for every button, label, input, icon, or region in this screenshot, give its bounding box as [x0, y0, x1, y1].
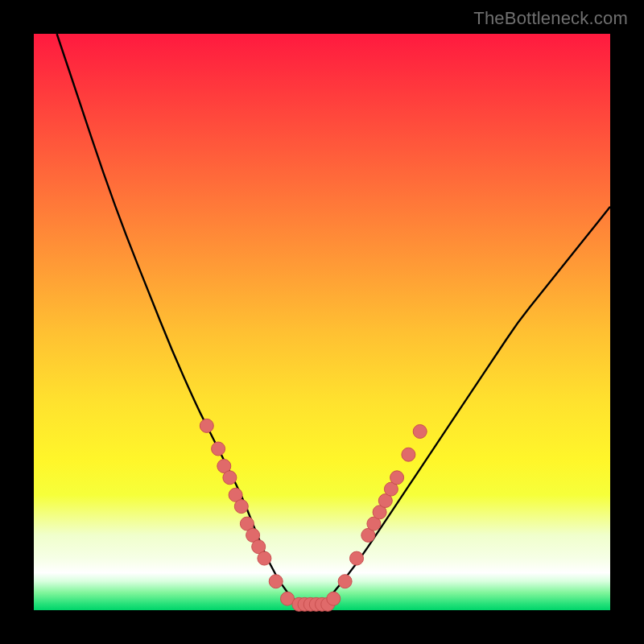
data-dot: [390, 471, 404, 485]
bottleneck-curve: [57, 34, 610, 605]
data-dot: [402, 448, 415, 461]
chart-frame: TheBottleneck.com: [0, 0, 644, 644]
plot-area: [34, 34, 610, 610]
chart-svg: [34, 34, 610, 610]
data-dot: [223, 471, 237, 485]
data-dot: [200, 419, 213, 432]
data-dot: [350, 551, 364, 565]
watermark-text: TheBottleneck.com: [473, 8, 628, 29]
data-dot: [212, 442, 225, 456]
data-dot: [234, 500, 248, 514]
data-dot: [269, 575, 283, 588]
data-dot: [413, 425, 427, 439]
data-dot: [327, 592, 341, 605]
data-dots: [200, 419, 427, 611]
data-dot: [338, 575, 352, 588]
data-dot: [258, 551, 271, 565]
